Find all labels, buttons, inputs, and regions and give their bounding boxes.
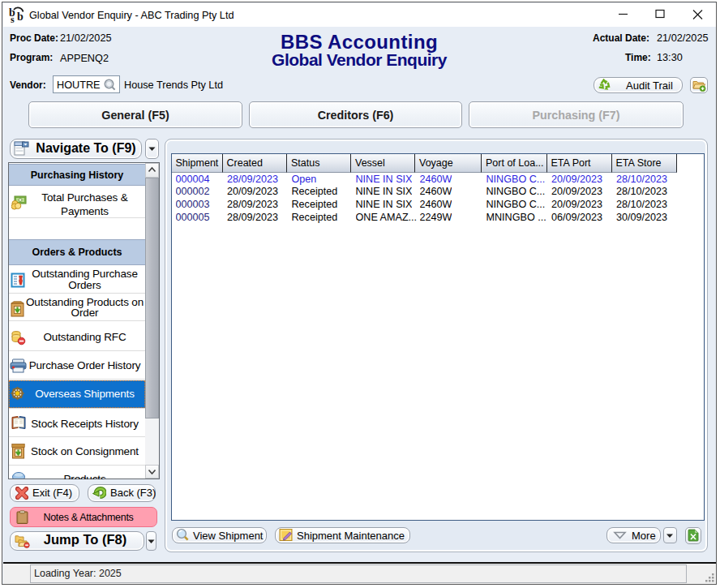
svg-text:s: s [11, 14, 15, 24]
svg-text:b: b [17, 11, 24, 23]
